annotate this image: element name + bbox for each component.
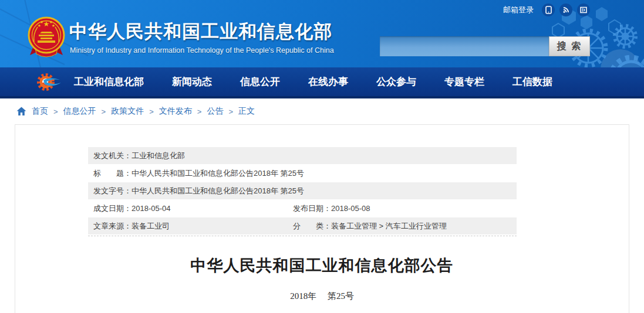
meta-separator bbox=[88, 236, 517, 236]
nav-item-4[interactable]: 公众参与 bbox=[376, 75, 416, 89]
mobile-icon[interactable] bbox=[542, 4, 555, 16]
breadcrumb-item-5[interactable]: 正文 bbox=[238, 106, 255, 117]
breadcrumb-item-2[interactable]: 政策文件 bbox=[111, 106, 144, 117]
svg-text:★: ★ bbox=[49, 20, 53, 25]
meta-label: 文章来源： bbox=[93, 222, 132, 230]
breadcrumb-item-0[interactable]: 首页 bbox=[32, 106, 48, 117]
utility-bar: 邮箱登录 bbox=[503, 3, 590, 17]
meta-value: 装备工业管理 > 汽车工业行业管理 bbox=[331, 222, 447, 230]
breadcrumb-separator: > bbox=[149, 107, 154, 116]
meta-table: 发文机关：工业和信息化部标 题：中华人民共和国工业和信息化部公告2018年 第2… bbox=[88, 147, 517, 235]
nav-items: 工业和信息化部新闻动态信息公开在线办事公众参与专题专栏工信数据 bbox=[74, 75, 552, 89]
meta-label: 发文机关： bbox=[93, 151, 132, 160]
news-icon[interactable] bbox=[577, 4, 590, 16]
meta-cell: 分 类：装备工业管理 > 汽车工业行业管理 bbox=[288, 217, 447, 234]
breadcrumb-separator: > bbox=[53, 107, 58, 116]
national-emblem: ★ ★ ★ ★ ★ bbox=[27, 16, 66, 60]
meta-cell: 发文机关：工业和信息化部 bbox=[88, 147, 185, 164]
svg-text:★: ★ bbox=[40, 20, 43, 25]
nav-item-6[interactable]: 工信数据 bbox=[512, 75, 552, 89]
breadcrumb: 首页>信息公开>政策文件>文件发布>公告>正文 bbox=[0, 98, 644, 124]
meta-label: 标 题： bbox=[93, 169, 132, 178]
meta-label: 成文日期： bbox=[93, 204, 132, 213]
meta-row: 成文日期：2018-05-04发布日期：2018-05-08 bbox=[88, 200, 517, 217]
nav-item-3[interactable]: 在线办事 bbox=[308, 75, 348, 89]
meta-cell: 发布日期：2018-05-08 bbox=[288, 200, 370, 217]
search-box: 搜 索 bbox=[380, 36, 590, 56]
search-button[interactable]: 搜 索 bbox=[549, 36, 590, 56]
main-nav: 工业和信息化部新闻动态信息公开在线办事公众参与专题专栏工信数据 bbox=[0, 67, 644, 98]
breadcrumb-item-1[interactable]: 信息公开 bbox=[63, 106, 96, 117]
miit-logo-icon bbox=[34, 70, 65, 94]
site-title: 中华人民共和国工业和信息化部 bbox=[69, 19, 332, 44]
meta-cell: 发文字号：中华人民共和国工业和信息化部公告2018年 第25号 bbox=[88, 182, 304, 199]
breadcrumb-item-4[interactable]: 公告 bbox=[207, 106, 223, 117]
breadcrumb-separator: > bbox=[102, 107, 106, 116]
meta-value: 2018-05-04 bbox=[132, 204, 171, 213]
svg-text:★: ★ bbox=[43, 20, 50, 28]
mail-login-link[interactable]: 邮箱登录 bbox=[503, 5, 534, 15]
document-panel: 发文机关：工业和信息化部标 题：中华人民共和国工业和信息化部公告2018年 第2… bbox=[15, 124, 629, 313]
rss-icon[interactable] bbox=[559, 4, 572, 16]
meta-value: 2018-05-08 bbox=[331, 204, 370, 213]
meta-cell: 文章来源：装备工业司 bbox=[88, 217, 170, 234]
breadcrumb-separator: > bbox=[228, 107, 233, 116]
site-subtitle-en: Ministry of Industry and Information Tec… bbox=[70, 46, 334, 55]
meta-cell: 标 题：中华人民共和国工业和信息化部公告2018年 第25号 bbox=[88, 165, 304, 182]
document-title: 中华人民共和国工业和信息化部公告 bbox=[15, 255, 629, 276]
meta-value: 工业和信息化部 bbox=[132, 151, 185, 160]
meta-row: 标 题：中华人民共和国工业和信息化部公告2018年 第25号 bbox=[88, 165, 517, 182]
meta-value: 中华人民共和国工业和信息化部公告2018年 第25号 bbox=[132, 169, 304, 178]
meta-row: 发文机关：工业和信息化部 bbox=[88, 147, 517, 164]
meta-cell: 成文日期：2018-05-04 bbox=[88, 200, 171, 217]
breadcrumb-item-3[interactable]: 文件发布 bbox=[159, 106, 192, 117]
breadcrumb-separator: > bbox=[197, 107, 202, 116]
search-input[interactable] bbox=[380, 36, 549, 56]
nav-item-5[interactable]: 专题专栏 bbox=[444, 75, 484, 89]
meta-label: 发文字号： bbox=[93, 186, 132, 195]
page: 邮箱登录 ★ ★ ★ ★ ★ bbox=[0, 0, 644, 313]
document-issue-number: 2018年 第25号 bbox=[15, 291, 629, 302]
meta-label: 发布日期： bbox=[293, 204, 331, 213]
nav-item-0[interactable]: 工业和信息化部 bbox=[74, 75, 144, 89]
nav-item-1[interactable]: 新闻动态 bbox=[172, 75, 212, 89]
home-icon[interactable] bbox=[16, 107, 26, 116]
site-header: 邮箱登录 ★ ★ ★ ★ ★ bbox=[0, 0, 644, 98]
breadcrumb-items: 首页>信息公开>政策文件>文件发布>公告>正文 bbox=[32, 106, 255, 117]
meta-label: 分 类： bbox=[293, 222, 331, 230]
meta-row: 文章来源：装备工业司分 类：装备工业管理 > 汽车工业行业管理 bbox=[88, 217, 517, 234]
meta-value: 装备工业司 bbox=[132, 222, 170, 230]
meta-value: 中华人民共和国工业和信息化部公告2018年 第25号 bbox=[132, 186, 304, 195]
nav-item-2[interactable]: 信息公开 bbox=[240, 75, 280, 89]
meta-row: 发文字号：中华人民共和国工业和信息化部公告2018年 第25号 bbox=[88, 182, 517, 199]
